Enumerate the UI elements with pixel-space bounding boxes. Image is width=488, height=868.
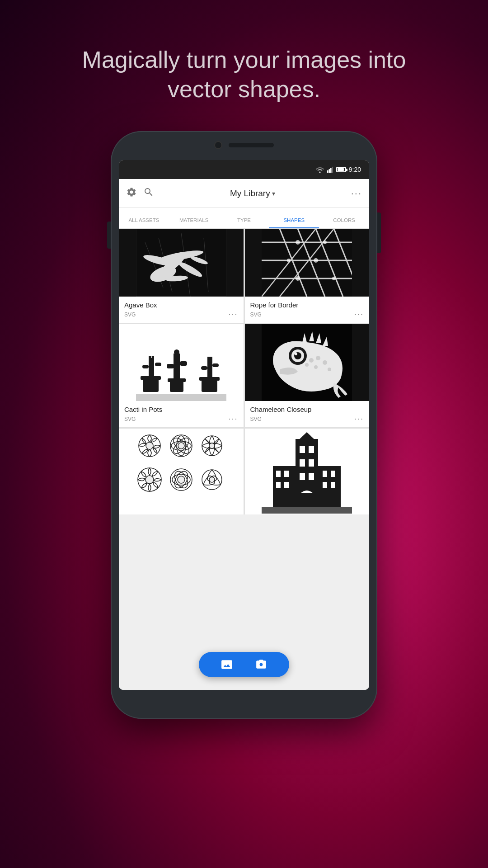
agave-box-type-row: SVG ···: [124, 310, 238, 319]
agave-box-thumbnail: [119, 229, 244, 297]
architecture-thumbnail: [245, 429, 370, 514]
chameleon-thumbnail: [245, 324, 370, 401]
cacti-thumbnail: [119, 324, 244, 401]
svg-rect-99: [300, 493, 313, 507]
svg-point-47: [174, 349, 179, 355]
gallery-button[interactable]: [221, 659, 233, 670]
asset-grid-scroll[interactable]: Agave Box SVG ···: [119, 229, 369, 690]
settings-icon[interactable]: [126, 187, 137, 200]
svg-rect-51: [201, 366, 207, 370]
cacti-info: Cacti in Pots SVG ···: [119, 401, 244, 427]
svg-rect-38: [155, 363, 161, 366]
svg-rect-52: [212, 363, 219, 367]
tab-bar: ALL ASSETS MATERIALS TYPE SHAPES COLORS: [119, 208, 369, 229]
svg-rect-102: [276, 471, 281, 477]
svg-rect-107: [331, 471, 335, 477]
rope-type-row: SVG ···: [250, 310, 364, 319]
svg-rect-104: [276, 482, 281, 488]
svg-rect-110: [262, 507, 352, 514]
svg-point-65: [316, 356, 320, 360]
dropdown-chevron[interactable]: ▾: [272, 190, 275, 197]
svg-rect-0: [327, 170, 328, 173]
phone-mockup: 9:20 My Library ▾: [111, 131, 377, 728]
svg-rect-48: [202, 379, 217, 392]
phone-screen: 9:20 My Library ▾: [119, 160, 369, 690]
svg-rect-3: [332, 167, 333, 173]
svg-point-59: [295, 353, 297, 355]
cacti-title: Cacti in Pots: [124, 406, 238, 413]
tab-type[interactable]: TYPE: [219, 217, 269, 228]
header-title: My Library ▾: [160, 189, 345, 198]
svg-point-72: [146, 442, 153, 449]
svg-rect-108: [323, 482, 327, 488]
phone-speaker: [229, 143, 274, 147]
cacti-more-button[interactable]: ···: [228, 414, 238, 424]
chameleon-type: SVG: [250, 416, 262, 422]
svg-rect-46: [180, 361, 187, 366]
svg-rect-93: [300, 446, 305, 453]
battery-icon: [336, 167, 346, 172]
search-icon[interactable]: [143, 187, 154, 200]
grid-item-cacti-in-pots[interactable]: Cacti in Pots SVG ···: [119, 324, 244, 427]
svg-rect-50: [207, 357, 212, 378]
svg-point-68: [305, 363, 309, 367]
svg-rect-95: [300, 459, 305, 467]
tab-shapes[interactable]: SHAPES: [269, 217, 319, 228]
rope-thumbnail: [245, 229, 370, 297]
phone-notch: [214, 141, 274, 149]
svg-point-31: [287, 259, 291, 262]
svg-point-32: [332, 277, 336, 280]
grid-item-agave-box[interactable]: Agave Box SVG ···: [119, 229, 244, 323]
camera-button[interactable]: [255, 659, 267, 670]
svg-point-30: [323, 241, 327, 244]
header-more-button[interactable]: ···: [351, 188, 362, 199]
status-time: 9:20: [349, 166, 361, 173]
svg-rect-98: [309, 473, 314, 480]
app-header: My Library ▾ ···: [119, 179, 369, 208]
grid-item-succulents[interactable]: [119, 429, 244, 514]
agave-box-title: Agave Box: [124, 301, 238, 309]
chameleon-more-button[interactable]: ···: [354, 414, 364, 424]
tab-colors[interactable]: COLORS: [319, 217, 369, 228]
chameleon-type-row: SVG ···: [250, 414, 364, 424]
svg-point-28: [314, 258, 318, 263]
agave-box-more-button[interactable]: ···: [228, 310, 238, 319]
svg-rect-37: [142, 365, 149, 368]
svg-rect-42: [170, 381, 183, 392]
tagline: Magically turn your images into vector s…: [41, 45, 447, 104]
svg-rect-36: [149, 356, 154, 377]
agave-box-info: Agave Box SVG ···: [119, 297, 244, 323]
succulents-thumbnail: [119, 429, 244, 514]
svg-rect-2: [330, 168, 332, 173]
rope-info: Rope for Border SVG ···: [245, 297, 370, 323]
svg-point-64: [309, 358, 314, 363]
cacti-type-row: SVG ···: [124, 414, 238, 424]
svg-point-82: [145, 476, 154, 484]
phone-camera: [214, 141, 222, 149]
grid-item-chameleon[interactable]: Chameleon Closeup SVG ···: [245, 324, 370, 427]
grid-item-architecture[interactable]: [245, 429, 370, 514]
svg-point-67: [314, 365, 318, 369]
svg-rect-106: [323, 471, 327, 477]
svg-point-78: [178, 443, 184, 449]
tab-materials[interactable]: MATERIALS: [169, 217, 219, 228]
svg-point-69: [328, 368, 331, 371]
rope-type: SVG: [250, 311, 262, 318]
status-bar: 9:20: [119, 160, 369, 179]
svg-rect-54: [136, 394, 226, 401]
svg-rect-103: [284, 471, 289, 477]
tab-all-assets[interactable]: ALL ASSETS: [119, 217, 169, 228]
svg-point-66: [323, 360, 327, 365]
grid-item-rope-for-border[interactable]: Rope for Border SVG ···: [245, 229, 370, 323]
svg-rect-97: [300, 473, 305, 480]
status-icons: 9:20: [315, 166, 361, 173]
svg-rect-109: [331, 482, 335, 488]
svg-rect-96: [309, 459, 314, 467]
svg-rect-34: [143, 378, 159, 392]
wifi-icon: [315, 166, 324, 173]
chameleon-info: Chameleon Closeup SVG ···: [245, 401, 370, 427]
bottom-navigation: [199, 652, 289, 677]
asset-grid: Agave Box SVG ···: [119, 229, 369, 514]
svg-rect-105: [284, 482, 289, 488]
rope-more-button[interactable]: ···: [354, 310, 364, 319]
